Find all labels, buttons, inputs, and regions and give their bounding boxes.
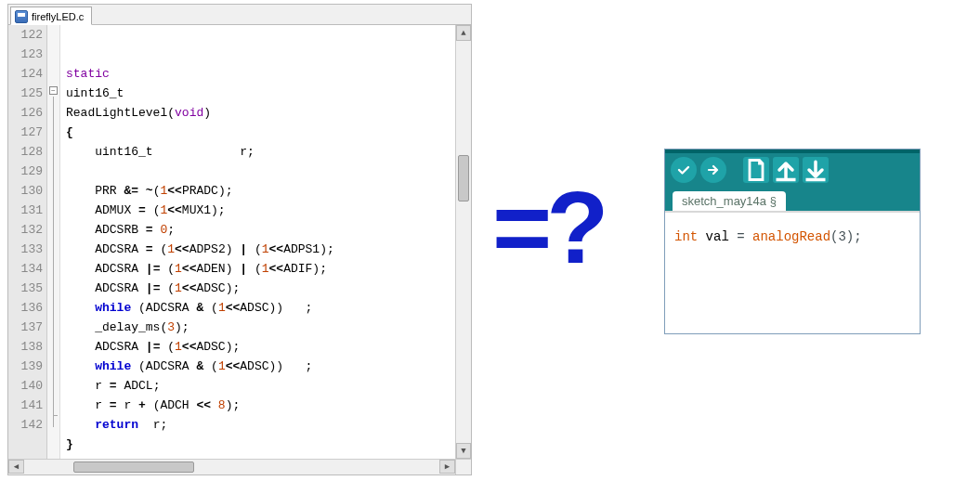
horizontal-scrollbar[interactable]: ◀ ▶ [8, 459, 455, 474]
code-token: |= [146, 281, 167, 295]
line-number: 122 [8, 25, 46, 45]
line-number: 142 [8, 415, 46, 435]
code-token: 1 [218, 359, 226, 373]
code-token: |= [146, 340, 167, 354]
line-number: 133 [8, 240, 46, 259]
code-token: ADCL; [124, 379, 160, 393]
code-line: ADCSRA |= (1<<ADSC); [66, 279, 471, 298]
scroll-down-icon[interactable]: ▼ [456, 443, 471, 459]
code-line: ADCSRA = (1<<ADPS2) | (1<<ADPS1); [66, 240, 471, 259]
disk-icon [15, 10, 28, 23]
scroll-right-icon[interactable]: ▶ [439, 460, 455, 474]
code-line: } [66, 435, 471, 454]
scroll-left-icon[interactable]: ◀ [8, 460, 24, 474]
scroll-up-icon[interactable]: ▲ [456, 25, 471, 41]
line-number: 130 [8, 181, 46, 201]
code-token-fn: analogRead [752, 229, 830, 244]
code-token [66, 418, 95, 432]
code-token: ADSC); [196, 340, 240, 354]
code-token: + [138, 398, 153, 412]
check-icon [676, 162, 691, 177]
line-number: 141 [8, 396, 46, 415]
fold-end-mark [53, 415, 58, 416]
new-sketch-button[interactable] [743, 157, 769, 183]
code-token: ( [211, 301, 218, 315]
file-tab-label: fireflyLED.c [32, 11, 84, 22]
code-token: 1 [262, 242, 269, 256]
fold-column: − [47, 25, 60, 474]
code-token: MUX1); [182, 203, 226, 217]
line-number: 135 [8, 279, 46, 298]
code-token: ADCSRA [66, 340, 146, 354]
code-token [66, 359, 95, 373]
code-token: ); [226, 398, 241, 412]
code-token: PRR [66, 184, 124, 198]
file-tab-firefly[interactable]: fireflyLED.c [10, 6, 92, 25]
line-number: 131 [8, 201, 46, 220]
arduino-code-area[interactable]: int val = analogRead(3); [665, 211, 920, 261]
code-line: return r; [66, 415, 471, 435]
code-token: ReadLightLevel( [66, 106, 175, 120]
code-token: & [196, 359, 211, 373]
line-number: 138 [8, 337, 46, 357]
save-sketch-button[interactable] [803, 157, 829, 183]
code-token: ( [167, 281, 175, 295]
line-number: 139 [8, 357, 46, 376]
horizontal-scroll-thumb[interactable] [73, 462, 194, 473]
code-token-space [745, 229, 752, 244]
line-number: 136 [8, 298, 46, 318]
code-token: r [66, 379, 110, 393]
arrow-up-icon [773, 157, 799, 183]
code-line: PRR &= ~(1<<PRADC); [66, 181, 471, 201]
fold-guide-line [53, 97, 54, 427]
open-sketch-button[interactable] [773, 157, 799, 183]
code-line: ADMUX = (1<<MUX1); [66, 201, 471, 220]
fold-toggle-icon[interactable]: − [49, 86, 58, 95]
code-token: (ADCH [153, 398, 197, 412]
code-token: 1 [175, 281, 182, 295]
upload-button[interactable] [700, 157, 726, 183]
code-line: ADCSRA |= (1<<ADSC); [66, 337, 471, 357]
arrow-down-icon [803, 157, 829, 183]
code-token: r [66, 398, 110, 412]
code-token-eq: = [737, 229, 744, 244]
code-token-args: (3); [830, 229, 862, 244]
line-number: 134 [8, 259, 46, 279]
code-token: ( [167, 340, 175, 354]
arduino-sketch-tab[interactable]: sketch_may14a § [673, 191, 786, 211]
code-token: ADMUX [66, 203, 138, 217]
code-token [66, 301, 95, 315]
vertical-scroll-thumb[interactable] [458, 155, 469, 202]
code-line: while (ADCSRA & (1<<ADSC)) ; [66, 357, 471, 376]
code-text-area[interactable]: staticuint16_tReadLightLevel(void){ uint… [60, 25, 471, 474]
code-token: << [167, 184, 182, 198]
code-token: << [196, 398, 217, 412]
code-token: |= [146, 262, 167, 276]
verify-button[interactable] [671, 157, 697, 183]
code-line: while (ADCSRA & (1<<ADSC)) ; [66, 298, 471, 318]
code-token: while [95, 359, 131, 373]
code-token: 1 [175, 262, 182, 276]
vertical-scrollbar[interactable]: ▲ ▼ [455, 25, 471, 459]
code-token: << [182, 281, 197, 295]
code-token: ); [175, 320, 189, 334]
code-token: | [240, 262, 255, 276]
code-token: ADCSRB [66, 223, 146, 237]
code-token: ( [167, 262, 175, 276]
line-number: 125 [8, 84, 46, 103]
line-number: 124 [8, 64, 46, 84]
code-line: uint16_t r; [66, 142, 471, 162]
code-token: ADPS2) [189, 242, 241, 256]
code-token: << [175, 242, 189, 256]
code-token: ( [255, 242, 262, 256]
code-token: | [240, 242, 255, 256]
code-token: { [66, 125, 73, 139]
scrollbar-corner [455, 459, 471, 474]
code-token: static [66, 67, 110, 81]
code-token: = [146, 242, 161, 256]
code-token: r; [138, 418, 167, 432]
code-token: << [167, 203, 182, 217]
code-token: ADCSRA [66, 281, 146, 295]
line-number: 132 [8, 220, 46, 240]
code-token: << [269, 262, 284, 276]
